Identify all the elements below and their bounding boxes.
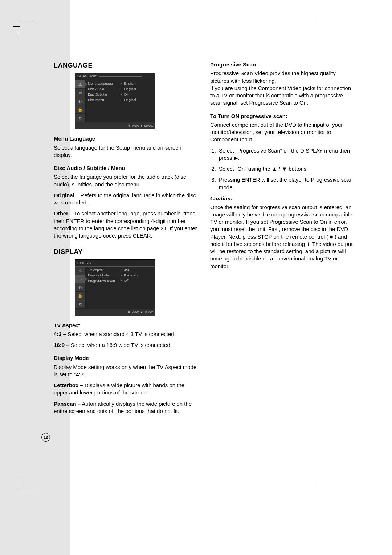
crop-mark [306,21,314,32]
tag-icon: ◩ [75,300,85,308]
display-mode-text: Display Mode setting works only when the… [54,364,197,378]
updown-icon: ⇕ [128,124,131,127]
right-chevron-icon: ▸ [121,279,124,283]
right-chevron-icon: ▸ [121,268,124,272]
panscan-option: Panscan – Automatically displays the wid… [54,400,197,415]
other-option: Other – To select another language, pres… [54,210,197,239]
screenshot-nav: ⚠ ▭ ◐ 🔒 ◩ [75,267,86,308]
screenshot-row: Disc Menu▸Original [86,97,155,103]
letterbox-option: Letterbox – Displays a wide picture with… [54,382,197,397]
caution-heading: Caution: [210,195,354,203]
screenshot-row: Menu Language▸English [86,81,155,86]
ps-text-1: Progressive Scan Video provides the high… [210,70,354,85]
steps-list: Select "Progressive Scan" on the DISPLAY… [210,147,354,191]
divider-line [99,76,142,77]
screenshot-row: Progressive Scan▸Off [86,278,155,284]
screenshot-row: TV Aspect▸4:3 [86,267,155,273]
display-screenshot: DISPLAY ⚠ ▭ ◐ 🔒 ◩ TV Aspect▸4:3Display M… [75,259,155,316]
language-screenshot: LANGUAGE ⚠ ▭ ◐ 🔒 ◩ Menu Language▸English… [75,73,155,129]
monitor-icon: ▭ [75,275,85,283]
tv-aspect-heading: TV Aspect [54,322,197,329]
crop-mark [19,21,34,32]
step-2: Select "On" using the ▲ / ▼ buttons. [217,165,354,173]
speaker-icon: ◐ [75,283,85,292]
menu-language-heading: Menu Language [54,135,197,142]
lock-icon: 🔒 [75,105,85,114]
screenshot-title: LANGUAGE [75,73,155,80]
tv-169-option: 16:9 – Select when a 16:9 wide TV is con… [54,341,197,349]
original-option: Original – Refers to the original langua… [54,192,197,207]
screenshot-list: TV Aspect▸4:3Display Mode▸PanscanProgres… [86,267,155,308]
turn-on-text: Connect component out of the DVD to the … [210,121,354,143]
right-chevron-icon: ▸ [121,87,124,91]
right-chevron-icon: ▸ [121,93,124,97]
right-triangle-icon: ▸ [141,124,143,127]
down-triangle-icon: ▼ [282,166,287,172]
progressive-scan-heading: Progressive Scan [210,61,354,68]
screenshot-row: Disc Audio▸Original [86,86,155,92]
monitor-icon: ▭ [75,89,85,97]
left-column: LANGUAGE LANGUAGE ⚠ ▭ ◐ 🔒 ◩ Menu Languag… [54,61,197,418]
screenshot-row: Display Mode▸Panscan [86,273,155,278]
right-chevron-icon: ▸ [121,274,124,278]
menu-language-text: Select a language for the Setup menu and… [54,144,197,159]
crop-mark [13,486,35,494]
divider-line [94,263,137,263]
turn-on-heading: To Turn ON progressive scan: [210,113,354,120]
page-content: LANGUAGE LANGUAGE ⚠ ▭ ◐ 🔒 ◩ Menu Languag… [54,61,355,418]
screenshot-list: Menu Language▸EnglishDisc Audio▸Original… [86,80,155,122]
screenshot-title: DISPLAY [75,260,155,267]
tv-43-option: 4:3 – Select when a standard 4:3 TV is c… [54,331,197,338]
crop-mark [13,26,20,34]
screenshot-footer: ⇕Move ▸Select [75,122,155,129]
screenshot-footer: ⇕Move ▸Select [75,308,155,315]
display-mode-heading: Display Mode [54,355,197,362]
screenshot-row: Disc Subtitle▸Off [86,92,155,97]
page-number: 12 [41,433,50,442]
right-triangle-icon: ▶ [234,155,238,161]
updown-icon: ⇕ [128,310,131,314]
disc-audio-text: Select the language you prefer for the a… [54,173,197,188]
up-triangle-icon: ▲ [272,166,277,172]
right-chevron-icon: ▸ [121,82,124,86]
ps-text-2: If you are using the Component Video jac… [210,85,354,107]
warning-triangle-icon: ⚠ [75,80,85,89]
language-heading: LANGUAGE [54,61,197,70]
caution-text: Once the setting for progressive scan ou… [210,204,354,270]
step-3: Pressing ENTER will set the player to Pr… [217,176,354,191]
lock-icon: 🔒 [75,292,85,300]
right-column: Progressive Scan Progressive Scan Video … [210,61,354,418]
stop-square-icon: ■ [330,234,333,240]
disc-audio-heading: Disc Audio / Subtitle / Menu [54,165,197,172]
step-1: Select "Progressive Scan" on the DISPLAY… [217,147,354,162]
right-triangle-icon: ▸ [141,310,143,314]
screenshot-nav: ⚠ ▭ ◐ 🔒 ◩ [75,80,86,122]
warning-triangle-icon: ⚠ [75,267,85,275]
right-chevron-icon: ▸ [121,98,124,102]
crop-mark [305,486,319,494]
tag-icon: ◩ [75,114,85,122]
display-heading: DISPLAY [54,247,197,256]
speaker-icon: ◐ [75,97,85,105]
